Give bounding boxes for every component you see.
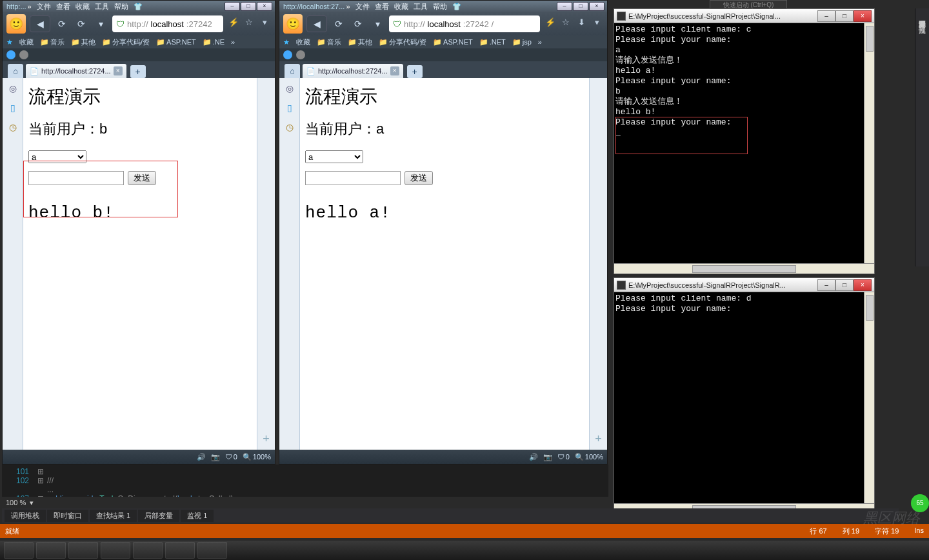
taskbar-item[interactable] (4, 542, 34, 559)
bookmark-item[interactable]: 📁音乐 (317, 37, 341, 47)
reload-button[interactable]: ⟳ (331, 16, 346, 32)
maximize-button[interactable]: □ (573, 2, 588, 11)
close-tab-icon[interactable]: × (114, 66, 123, 75)
notification-badge[interactable]: 65 (911, 494, 929, 512)
taskbar-item[interactable] (36, 542, 66, 559)
close-button[interactable]: × (854, 279, 872, 291)
new-tab-button[interactable]: + (407, 65, 423, 78)
minimize-button[interactable]: – (817, 279, 835, 291)
home-tab[interactable]: ⌂ (285, 64, 300, 78)
menu-view[interactable]: 查看 (56, 2, 70, 12)
ext-icon[interactable] (19, 50, 28, 59)
chevron-icon[interactable]: ▾ (590, 17, 603, 30)
chevron-down-icon[interactable]: ▾ (370, 16, 385, 32)
ext-icon[interactable] (296, 50, 305, 59)
chevron-icon[interactable]: ▾ (258, 17, 271, 30)
clock-icon[interactable]: ◷ (286, 122, 294, 132)
console-output[interactable]: Please input client name: d Please input… (614, 292, 874, 503)
sound-icon[interactable]: 🔊 (197, 453, 206, 461)
minimize-button[interactable]: – (557, 2, 572, 11)
menu-file[interactable]: 文件 (37, 2, 51, 12)
avatar-icon[interactable]: 🙂 (6, 14, 26, 34)
reload2-button[interactable]: ⟳ (74, 16, 89, 32)
send-button[interactable]: 发送 (405, 171, 433, 185)
user-select[interactable]: a (28, 150, 86, 163)
scrollbar-vertical[interactable] (864, 292, 874, 503)
bookmark-item[interactable]: 📁音乐 (40, 37, 65, 47)
taskbar-item[interactable] (133, 542, 163, 559)
message-input[interactable] (305, 171, 401, 185)
quick-launch[interactable]: 快速启动 (Ctrl+Q) (710, 0, 787, 9)
bookmark-item[interactable]: 📁分享代码/资 (102, 37, 150, 47)
bookmark-item[interactable]: 📁jsp (512, 38, 532, 46)
vs-tab[interactable]: 局部变量 (138, 510, 179, 522)
zoom-value[interactable]: 100 % (6, 499, 26, 506)
home-tab[interactable]: ⌂ (8, 64, 23, 78)
tshirt-icon[interactable]: 👕 (452, 3, 461, 11)
shield-count[interactable]: 🛡0 (225, 453, 237, 461)
phone-icon[interactable]: ▯ (10, 103, 15, 113)
chevron-icon[interactable]: » (28, 3, 32, 10)
taskbar[interactable] (0, 541, 929, 560)
close-button[interactable]: × (589, 2, 604, 11)
zoom-level[interactable]: 🔍100% (575, 453, 603, 461)
download-icon[interactable]: ⬇ (575, 17, 588, 30)
bookmark-item[interactable]: 📁ASP.NET (156, 38, 196, 46)
new-tab-button[interactable]: + (130, 65, 146, 78)
chevron-icon[interactable]: » (346, 3, 350, 10)
titlebar[interactable]: http:... » 文件 查看 收藏 工具 帮助 👕 – □ × (3, 1, 275, 12)
user-select[interactable]: a (305, 150, 363, 163)
menu-fav[interactable]: 收藏 (75, 2, 90, 12)
console-titlebar[interactable]: E:\MyProject\successful-SignalRProject\S… (614, 278, 874, 292)
chevron-down-icon[interactable]: ▾ (30, 499, 34, 507)
ext-icon[interactable] (6, 50, 15, 59)
console-titlebar[interactable]: E:\MyProject\successful-SignalRProject\S… (614, 9, 874, 23)
minimize-button[interactable]: – (225, 2, 240, 11)
taskbar-item[interactable] (101, 542, 130, 559)
url-bar[interactable]: 🛡 http://localhost:27242/ (389, 15, 540, 32)
vs-tab[interactable]: 查找结果 1 (90, 510, 137, 522)
scrollbar-vertical[interactable] (864, 23, 874, 263)
minimize-button[interactable]: – (817, 10, 835, 22)
vs-tab[interactable]: 监视 1 (181, 510, 214, 522)
star-icon[interactable]: ☆ (559, 17, 572, 30)
phone-icon[interactable]: ▯ (287, 103, 292, 113)
chevron-down-icon[interactable]: ▾ (93, 16, 108, 32)
clock-icon[interactable]: ◷ (9, 122, 17, 132)
vs-tab[interactable]: 调用堆栈 (5, 510, 46, 522)
url-bar[interactable]: 🛡 http://localhost:27242 (112, 15, 223, 32)
close-button[interactable]: × (257, 2, 272, 11)
page-tab[interactable]: 📄 http://localhost:2724... × (26, 64, 126, 78)
taskbar-item[interactable] (165, 542, 195, 559)
maximize-button[interactable]: □ (241, 2, 256, 11)
console-output[interactable]: Please input client name: c Please input… (614, 23, 874, 263)
more-icon[interactable]: » (231, 38, 235, 46)
maximize-button[interactable]: □ (835, 279, 854, 291)
bookmark-item[interactable]: 📁.NET (479, 38, 506, 46)
send-button[interactable]: 发送 (128, 171, 156, 185)
menu-fav[interactable]: 收藏 (394, 2, 408, 12)
taskbar-item[interactable] (68, 542, 98, 559)
tshirt-icon[interactable]: 👕 (134, 3, 143, 11)
flash-icon[interactable]: ⚡ (227, 17, 240, 30)
bookmark-item[interactable]: 📁.NE (203, 38, 225, 46)
close-tab-icon[interactable]: × (390, 66, 399, 75)
menu-view[interactable]: 查看 (375, 2, 389, 12)
target-icon[interactable]: ◎ (286, 83, 294, 94)
message-input[interactable] (28, 171, 124, 185)
bookmark-star-icon[interactable]: ★ (6, 38, 13, 46)
ext-icon[interactable] (283, 50, 292, 59)
sound-icon[interactable]: 🔊 (529, 453, 538, 461)
camera-icon[interactable]: 📷 (543, 453, 552, 461)
page-tab[interactable]: 📄 http://localhost:2724... × (303, 64, 403, 78)
bookmark-item[interactable]: 📁ASP.NET (433, 38, 473, 46)
back-button[interactable]: ◀ (306, 15, 327, 32)
close-button[interactable]: × (854, 10, 872, 22)
menu-tools[interactable]: 工具 (414, 2, 428, 12)
taskbar-item[interactable] (197, 542, 227, 559)
scrollbar-horizontal[interactable] (614, 263, 874, 274)
avatar-icon[interactable]: 🙂 (283, 14, 303, 34)
bookmark-item[interactable]: 📁其他 (71, 37, 95, 47)
camera-icon[interactable]: 📷 (211, 453, 220, 461)
bookmark-item[interactable]: 📁其他 (348, 37, 372, 47)
